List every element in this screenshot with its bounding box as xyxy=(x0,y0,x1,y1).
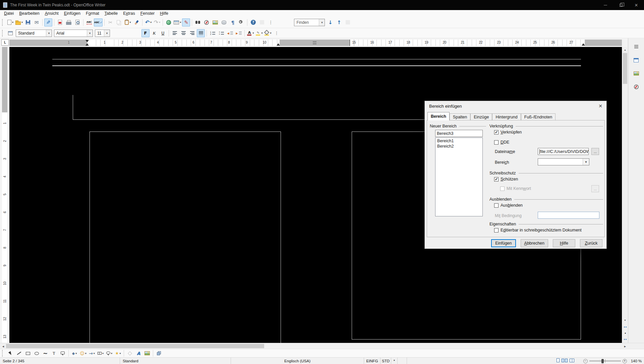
dde-checkbox[interactable]: DDE xyxy=(494,140,509,145)
new-document-button[interactable]: ▾ xyxy=(6,18,14,27)
background-color-button[interactable]: ▾ xyxy=(264,29,272,37)
style-dropdown-icon[interactable]: ▾ xyxy=(46,30,52,37)
sidebar-sidebar-settings-button[interactable] xyxy=(631,42,641,52)
data-sources-button[interactable] xyxy=(220,18,228,27)
status-selection-mode[interactable]: STD xyxy=(380,358,391,364)
underline-button[interactable] xyxy=(159,29,167,37)
link-checkbox[interactable]: Verknüpfen xyxy=(494,130,522,135)
email-button[interactable] xyxy=(33,18,41,27)
help-button[interactable]: Hilfe xyxy=(553,239,575,247)
basic-shapes-button[interactable]: ▾ xyxy=(70,349,78,357)
undo-button[interactable]: ▾ xyxy=(144,18,152,27)
dropdown-caret-icon[interactable]: ▾ xyxy=(12,21,13,24)
sidebar-gallery-button[interactable] xyxy=(631,68,641,79)
font-size-select[interactable]: 11 ▾ xyxy=(95,30,110,37)
scroll-up-icon[interactable]: ▲ xyxy=(622,47,628,53)
symbol-shapes-button[interactable]: ▾ xyxy=(79,349,87,357)
toolbar-grip[interactable] xyxy=(2,30,4,37)
increase-indent-button[interactable] xyxy=(235,29,243,37)
sidebar-navigator-button[interactable] xyxy=(631,82,641,92)
right-margin-marker[interactable] xyxy=(582,43,585,46)
zoom-slider-thumb[interactable] xyxy=(601,359,604,363)
dropdown-caret-icon[interactable]: ▾ xyxy=(252,32,254,35)
callouts-button[interactable]: ▾ xyxy=(105,349,113,357)
freeform-line-button[interactable] xyxy=(41,349,49,357)
italic-button[interactable] xyxy=(150,29,158,37)
navigator-button[interactable] xyxy=(202,18,211,27)
menu-ansicht[interactable]: Ansicht xyxy=(42,10,61,16)
zoom-out-icon[interactable]: − xyxy=(583,359,588,363)
select-button[interactable] xyxy=(6,349,14,357)
dropdown-caret-icon[interactable]: ▾ xyxy=(129,21,131,24)
block-arrows-button[interactable]: ▾ xyxy=(88,349,96,357)
next-page-button[interactable]: ▼▼ xyxy=(622,336,628,343)
ellipse-button[interactable] xyxy=(33,349,41,357)
back-button[interactable]: Zurück xyxy=(580,239,602,247)
formatting-marks-button[interactable] xyxy=(229,18,237,27)
print-button[interactable] xyxy=(65,18,73,27)
menu-fenster[interactable]: Fenster xyxy=(138,10,157,16)
menu-einfuegen[interactable]: Einfügen xyxy=(61,10,83,16)
navigation-button[interactable]: ● xyxy=(622,330,628,336)
checkbox-unchecked-icon[interactable] xyxy=(494,203,499,208)
previous-page-button[interactable]: ▲▲ xyxy=(622,323,628,330)
vertical-ruler[interactable]: 12345678910111213 xyxy=(2,47,7,343)
status-page-style[interactable]: Standard xyxy=(120,358,231,364)
dropdown-caret-icon[interactable]: ▾ xyxy=(261,32,262,35)
section-list[interactable]: Bereich1Bereich2 xyxy=(435,138,483,216)
vertical-scrollbar-thumb[interactable] xyxy=(623,53,627,84)
justify-button[interactable] xyxy=(197,29,205,37)
dropdown-caret-icon[interactable]: ▾ xyxy=(150,21,152,24)
dropdown-caret-icon[interactable]: ▾ xyxy=(85,352,86,355)
status-page-number[interactable]: Seite 2 / 345 xyxy=(0,358,120,364)
dropdown-caret-icon[interactable]: ▾ xyxy=(180,21,181,24)
format-paintbrush-button[interactable] xyxy=(132,18,140,27)
numbered-list-button[interactable] xyxy=(209,29,217,37)
export-pdf-button[interactable] xyxy=(56,18,64,27)
find-previous-button[interactable] xyxy=(335,18,343,27)
stars-button[interactable]: ▾ xyxy=(114,349,122,357)
horizontal-scrollbar-thumb[interactable] xyxy=(6,344,264,348)
bullet-list-button[interactable] xyxy=(217,29,225,37)
app-icon[interactable] xyxy=(3,2,7,8)
left-indent-marker[interactable] xyxy=(85,43,89,46)
toolbar-grip[interactable] xyxy=(2,350,4,357)
paste-button[interactable]: ▾ xyxy=(124,18,132,27)
spellcheck-button[interactable] xyxy=(85,18,93,27)
zoom-slider[interactable]: − + xyxy=(583,358,627,364)
close-button[interactable]: ✕ xyxy=(629,0,644,10)
paragraph-style-select[interactable]: Standard ▾ xyxy=(16,30,52,37)
rectangle-button[interactable] xyxy=(24,349,32,357)
zoom-in-icon[interactable]: + xyxy=(623,359,627,363)
restore-button[interactable] xyxy=(613,0,629,10)
font-size-dropdown-icon[interactable]: ▾ xyxy=(104,30,110,37)
section-dropdown[interactable]: ▼ xyxy=(538,158,589,165)
dropdown-caret-icon[interactable]: ▾ xyxy=(102,352,104,355)
highlighting-button[interactable]: ▾ xyxy=(255,29,263,37)
flowchart-button[interactable]: ▾ xyxy=(97,349,105,357)
view-single-page-button[interactable] xyxy=(557,358,560,363)
filename-input[interactable]: file:///C:/Users/DIVID/DOWI xyxy=(538,148,589,155)
scroll-left-icon[interactable]: ◀ xyxy=(0,344,6,349)
first-line-indent-marker[interactable] xyxy=(85,40,89,42)
checkbox-checked-icon[interactable] xyxy=(494,130,499,135)
edit-file-button[interactable] xyxy=(44,18,52,27)
tab-hintergrund[interactable]: Hintergrund xyxy=(492,113,521,120)
picture-from-file-button[interactable] xyxy=(143,349,151,357)
toolbar-grip[interactable] xyxy=(2,19,4,26)
tab-stop-type-button[interactable]: L xyxy=(1,39,9,46)
overflow-button[interactable] xyxy=(267,18,275,27)
menu-bearbeiten[interactable]: Bearbeiten xyxy=(16,10,42,16)
checkbox-unchecked-icon[interactable] xyxy=(494,228,499,232)
vertical-scrollbar[interactable]: ▲ ▼ ▲▲ ● ▼▼ xyxy=(622,47,628,343)
find-replace-button[interactable] xyxy=(194,18,202,27)
help-button[interactable] xyxy=(249,18,257,27)
section-list-item[interactable]: Bereich1 xyxy=(435,138,482,144)
dialog-close-button[interactable]: ✕ xyxy=(596,102,604,110)
extrusion-button[interactable] xyxy=(155,349,163,357)
insert-button[interactable]: Einfügen xyxy=(491,239,516,247)
minimize-button[interactable] xyxy=(598,0,613,10)
filename-browse-button[interactable]: ... xyxy=(591,148,599,155)
align-left-button[interactable] xyxy=(171,29,179,37)
callout-button[interactable] xyxy=(59,349,67,357)
